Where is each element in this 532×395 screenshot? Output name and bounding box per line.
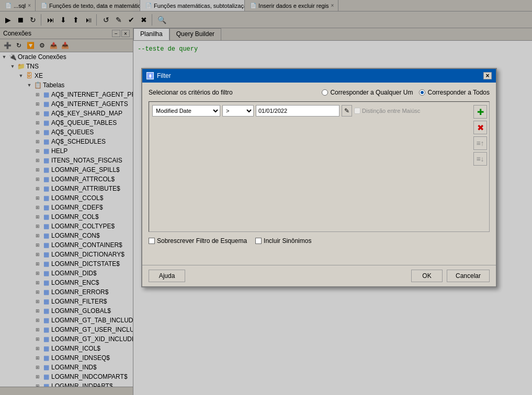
filter-operator-select[interactable]: > xyxy=(222,105,254,117)
modal-titlebar: ⧫ Filter × xyxy=(142,69,496,83)
modal-title: ⧫ Filter xyxy=(146,72,171,79)
radio-group: Corresponder a Qualquer Um Corresponder … xyxy=(322,89,490,96)
filter-edit-btn[interactable]: ✎ xyxy=(342,105,352,117)
case-sensitive-checkbox[interactable] xyxy=(354,108,360,114)
radio-any[interactable]: Corresponder a Qualquer Um xyxy=(322,89,413,96)
help-button[interactable]: Ajuda xyxy=(149,270,185,282)
case-sensitive-label: Distinção entre Maiúsc xyxy=(354,108,420,114)
radio-all[interactable]: Corresponder a Todos xyxy=(419,89,490,96)
remove-filter-btn[interactable]: ✖ xyxy=(473,121,487,134)
filter-value-input[interactable] xyxy=(256,105,339,117)
move-down-btn[interactable]: ≡↓ xyxy=(473,152,487,166)
synonyms-label[interactable]: Incluir Sinônimos xyxy=(255,237,311,245)
modal-title-text: Filter xyxy=(157,72,171,79)
schema-filter-label[interactable]: Sobrescrever Filtro de Esquema xyxy=(149,237,247,245)
modal-close-button[interactable]: × xyxy=(483,72,492,79)
ok-button[interactable]: OK xyxy=(411,270,443,282)
schema-filter-checkbox xyxy=(149,238,155,244)
filter-field-select[interactable]: Modified Date xyxy=(152,105,220,117)
filter-icon: ⧫ xyxy=(146,72,154,79)
move-up-btn[interactable]: ≡↑ xyxy=(473,136,487,150)
bottom-checkboxes: Sobrescrever Filtro de Esquema Incluir S… xyxy=(149,237,490,245)
filter-rows: Modified Date > ✎ Distinção entre Maiúsc xyxy=(149,102,471,231)
footer-right: OK Cancelar xyxy=(411,270,490,282)
footer-left: Ajuda xyxy=(149,270,185,282)
cancel-button[interactable]: Cancelar xyxy=(447,270,490,282)
criteria-label: Selecionar os critérios do filtro xyxy=(149,89,233,96)
filter-modal: ⧫ Filter × Selecionar os critérios do fi… xyxy=(141,68,497,287)
radio-all-btn xyxy=(419,89,425,96)
modal-overlay: ⧫ Filter × Selecionar os critérios do fi… xyxy=(0,0,532,395)
radio-any-btn xyxy=(322,89,328,96)
criteria-header: Selecionar os critérios do filtro Corres… xyxy=(149,89,490,96)
filter-side-buttons: ✚ ✖ ≡↑ ≡↓ xyxy=(471,102,489,231)
add-filter-btn[interactable]: ✚ xyxy=(473,105,487,119)
modal-body: Selecionar os critérios do filtro Corres… xyxy=(142,83,496,265)
modal-footer: Ajuda OK Cancelar xyxy=(142,265,496,286)
filter-row-1: Modified Date > ✎ Distinção entre Maiúsc xyxy=(152,105,468,117)
synonyms-checkbox xyxy=(255,238,262,244)
filter-area: Modified Date > ✎ Distinção entre Maiúsc xyxy=(149,101,490,232)
